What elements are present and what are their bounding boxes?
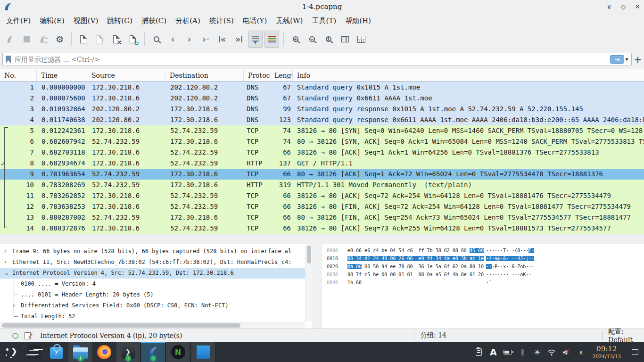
menu-item-4[interactable]: 捕获(C) <box>140 16 168 26</box>
packet-row-1[interactable]: 10.000000000172.30.218.6202.120.80.2DNS6… <box>0 82 644 93</box>
detail-line-0[interactable]: ›Frame 9: 66 bytes on wire (528 bits), 6… <box>0 246 305 257</box>
packet-row-14[interactable]: 140.880372876172.30.218.652.74.232.59TCP… <box>0 223 644 234</box>
menu-item-7[interactable]: 电话(Y) <box>241 16 269 26</box>
menu-item-2[interactable]: 视图(V) <box>72 16 100 26</box>
packet-row-12[interactable]: 120.783638253172.30.218.652.74.232.59TCP… <box>0 201 644 212</box>
hex-row-0010[interactable]: 001000 34 d1 24 40 00 26 06 e0 f4 34 4a … <box>322 255 644 263</box>
expert-info-icon[interactable] <box>12 333 18 339</box>
column-header-time[interactable]: Time <box>37 69 87 81</box>
packet-row-10[interactable]: 100.78320826952.74.232.59172.30.218.6HTT… <box>0 180 644 190</box>
details-horizontal-scrollbar[interactable] <box>0 322 305 329</box>
packet-row-3[interactable]: 30.010932864202.120.80.2172.30.218.6DNS9… <box>0 104 644 115</box>
taskbar-app-launcher[interactable] <box>0 342 23 362</box>
reload-file-button[interactable]: ↻ <box>125 31 140 48</box>
taskbar-firefox[interactable] <box>93 342 116 362</box>
brightness-icon[interactable]: ☀ <box>532 348 542 357</box>
menu-item-5[interactable]: 分析(A) <box>174 16 202 26</box>
filter-bookmark-icon[interactable] <box>6 56 11 64</box>
first-packet-button[interactable]: « <box>215 31 230 48</box>
expand-twisty-icon[interactable]: › <box>4 246 7 257</box>
detail-line-4[interactable]: .... 0101 = Header Length: 20 bytes (5) <box>0 289 305 300</box>
taskbar-wireshark[interactable]: + <box>140 342 165 362</box>
close-button[interactable]: ✕ <box>634 3 641 10</box>
auto-scroll-toggle[interactable]: ▼ <box>248 31 263 48</box>
pane-splitter[interactable] <box>0 234 644 244</box>
add-filter-button[interactable]: + <box>632 54 644 65</box>
taskbar-neovim[interactable]: N <box>165 342 190 362</box>
go-forward-button[interactable]: › <box>182 31 197 48</box>
packet-row-7[interactable]: 70.682703118172.30.218.652.74.232.59TCP6… <box>0 147 644 158</box>
maximize-button[interactable]: ◇ <box>619 3 627 10</box>
save-file-button[interactable] <box>92 31 107 48</box>
column-header-protocol[interactable]: Protocol <box>244 69 270 81</box>
wifi-icon[interactable] <box>546 349 557 356</box>
menu-item-10[interactable]: 帮助(H) <box>344 16 372 26</box>
menu-item-6[interactable]: 统计(S) <box>208 16 235 26</box>
menu-item-3[interactable]: 跳转(G) <box>106 16 134 26</box>
zoom-out-button[interactable]: − <box>305 31 319 48</box>
bluetooth-icon[interactable]: ᛒ <box>517 348 528 357</box>
taskbar-file-manager[interactable]: + <box>68 342 93 362</box>
details-vertical-scrollbar[interactable] <box>305 244 312 321</box>
packet-row-6[interactable]: 60.68260794252.74.232.59172.30.218.6TCP7… <box>0 136 644 147</box>
packet-row-13[interactable]: 130.88028700252.74.232.59172.30.218.6TCP… <box>0 212 644 223</box>
resize-columns-button[interactable] <box>338 31 352 48</box>
menu-item-1[interactable]: 编辑(E) <box>38 16 66 26</box>
packet-row-11[interactable]: 110.783262852172.30.218.652.74.232.59TCP… <box>0 190 644 201</box>
clipboard-icon[interactable] <box>473 348 484 356</box>
packet-row-9[interactable]: 90.78196365452.74.232.59172.30.218.6TCP6… <box>0 169 644 180</box>
minimize-button[interactable]: ∨ <box>605 3 613 10</box>
colorize-toggle[interactable] <box>264 31 279 48</box>
volume-muted-icon[interactable] <box>561 349 571 356</box>
packet-row-4[interactable]: 40.011740638202.120.80.2172.30.218.6DNS1… <box>0 115 644 125</box>
capture-comment-icon[interactable] <box>25 332 31 339</box>
packet-row-5[interactable]: 50.012242361172.30.218.652.74.232.59TCP7… <box>0 125 644 136</box>
display-filter-input[interactable] <box>15 56 610 63</box>
tray-expand-icon[interactable]: ∧ <box>576 349 586 356</box>
detail-line-2[interactable]: ⌄Internet Protocol Version 4, Src: 52.74… <box>0 268 305 279</box>
stop-capture-button[interactable] <box>19 31 34 48</box>
close-file-button[interactable]: ✕ <box>109 31 124 48</box>
menu-item-9[interactable]: 工具(T) <box>310 16 338 26</box>
taskbar-discover[interactable] <box>45 342 68 362</box>
taskbar-system-settings[interactable] <box>23 342 45 362</box>
hex-row-0030[interactable]: 003000 7f c5 be 00 00 01 01 08 0a a5 6f … <box>322 271 644 279</box>
apply-filter-button[interactable]: → <box>610 55 624 64</box>
expand-twisty-icon[interactable]: › <box>4 257 7 268</box>
battery-icon[interactable] <box>503 350 513 354</box>
column-header-destination[interactable]: Destination <box>165 69 244 81</box>
packet-row-2[interactable]: 20.000075600172.30.218.6202.120.80.2DNS6… <box>0 93 644 104</box>
go-to-packet-button[interactable]: ›· <box>198 31 213 48</box>
zoom-reset-button[interactable]: 1 <box>321 31 336 48</box>
restart-capture-button[interactable] <box>36 31 50 48</box>
menu-item-8[interactable]: 无线(W) <box>274 16 304 26</box>
last-packet-button[interactable]: » <box>231 31 246 48</box>
numbered-columns-button[interactable]: 123 <box>354 31 369 48</box>
input-method-icon[interactable]: A <box>488 348 498 357</box>
detail-line-1[interactable]: ›Ethernet II, Src: NewH3CTechno_7b:38:02… <box>0 257 305 268</box>
column-header-source[interactable]: Source <box>87 69 165 81</box>
profile-text[interactable]: 配置: Default <box>608 328 644 344</box>
column-header-no[interactable]: No. <box>0 69 37 81</box>
find-packet-button[interactable] <box>149 31 164 48</box>
detail-line-3[interactable]: 0100 .... = Version: 4 <box>0 279 305 289</box>
show-desktop-button[interactable] <box>632 349 638 355</box>
collapse-twisty-icon[interactable]: ⌄ <box>4 268 9 279</box>
taskbar-terminal[interactable]: + <box>116 342 140 362</box>
detail-line-6[interactable]: Total Length: 52 <box>0 311 305 322</box>
zoom-in-button[interactable]: + <box>288 31 303 48</box>
hex-row-0000[interactable]: 0000e0 06 e6 c4 be 04 54 c6 ff 7b 38 02 … <box>322 247 644 255</box>
packet-row-8[interactable]: 80.682934674172.30.218.652.74.232.59HTTP… <box>0 158 644 169</box>
start-capture-button[interactable] <box>3 31 17 48</box>
hex-row-0020[interactable]: 0020da 06 00 50 94 ee 78 80 36 1e 5a 6f … <box>322 263 644 271</box>
taskbar-vscode[interactable] <box>190 342 215 362</box>
menu-item-0[interactable]: 文件(F) <box>5 16 32 26</box>
hex-row-0040[interactable]: 00401b 60·` <box>322 279 644 287</box>
column-header-lengtl[interactable]: Lengtl <box>270 69 293 81</box>
open-file-button[interactable] <box>76 31 91 48</box>
detail-line-5[interactable]: ›Differentiated Services Field: 0x00 (DS… <box>0 300 305 311</box>
column-header-info[interactable]: Info <box>293 69 644 81</box>
go-back-button[interactable]: ‹ <box>165 31 180 48</box>
clock[interactable]: 09:12 2024/12/13 <box>592 345 621 359</box>
filter-dropdown-caret-icon[interactable]: ▼ <box>625 57 628 62</box>
